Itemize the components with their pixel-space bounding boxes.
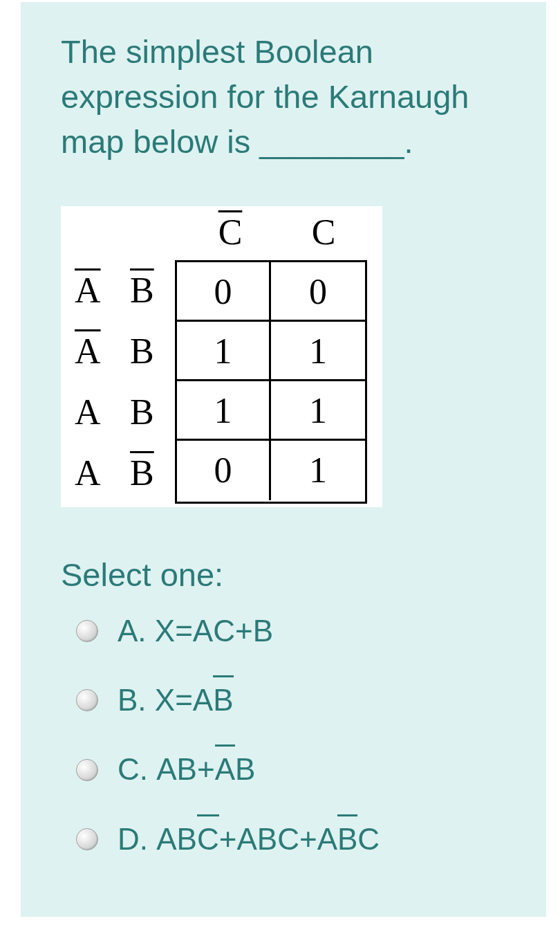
kmap-col-header: C (185, 212, 275, 253)
select-one-label: Select one: (61, 556, 546, 594)
kmap-col-header: C (279, 212, 368, 253)
kmap-cell: 1 (271, 381, 365, 441)
option-label: A. X = AC + B (118, 614, 273, 648)
karnaugh-map: C C AB AB AB AB 0 0 1 1 1 1 0 1 (61, 206, 382, 507)
option-d[interactable]: D. ABC + ABC + ABC (76, 823, 546, 856)
kmap-row-header: AB (61, 321, 175, 382)
option-c[interactable]: C. AB + AB (76, 753, 546, 786)
kmap-row-header: AB (61, 382, 175, 443)
options-list: A. X = AC + B B. X = AB C. AB + AB D. AB… (61, 614, 546, 857)
radio-icon[interactable] (76, 828, 98, 850)
kmap-cell: 1 (271, 441, 365, 500)
kmap-cell: 0 (271, 262, 365, 322)
kmap-cell: 1 (177, 381, 271, 441)
question-panel: The simplest Boolean expression for the … (21, 2, 546, 917)
radio-icon[interactable] (76, 689, 98, 711)
kmap-row-header: AB (61, 443, 175, 504)
option-label: B. X = AB (118, 684, 234, 717)
option-b[interactable]: B. X = AB (76, 684, 546, 717)
question-text: The simplest Boolean expression for the … (61, 30, 519, 165)
kmap-cell: 0 (177, 262, 271, 322)
kmap-cell: 1 (271, 322, 365, 381)
kmap-grid: 0 0 1 1 1 1 0 1 (175, 260, 367, 504)
kmap-cell: 0 (177, 441, 271, 500)
option-label: D. ABC + ABC + ABC (118, 823, 380, 856)
radio-icon[interactable] (76, 759, 98, 781)
option-a[interactable]: A. X = AC + B (76, 614, 546, 648)
kmap-row-header: AB (61, 260, 175, 321)
radio-icon[interactable] (76, 620, 98, 642)
kmap-cell: 1 (177, 322, 271, 381)
option-label: C. AB + AB (118, 753, 255, 786)
